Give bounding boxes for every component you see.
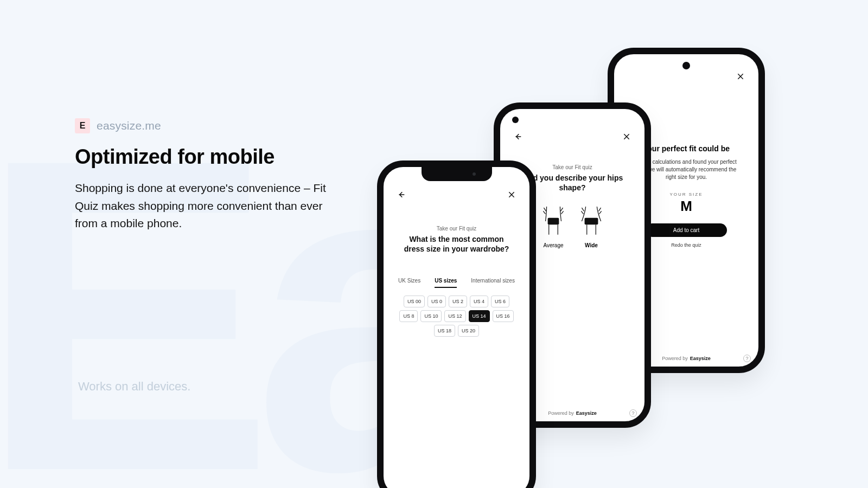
- brand-badge: E: [75, 118, 90, 133]
- size-chip[interactable]: US 4: [470, 296, 488, 307]
- brand-row: E easysize.me: [75, 118, 357, 133]
- page-headline: Optimized for mobile: [75, 145, 357, 169]
- phone-notch-icon: [422, 166, 492, 181]
- size-chip[interactable]: US 0: [427, 296, 446, 307]
- size-chip[interactable]: US 14: [469, 310, 490, 322]
- close-button[interactable]: [506, 189, 518, 201]
- hip-option-wide[interactable]: Wide: [580, 206, 603, 248]
- hip-option-average[interactable]: Average: [542, 206, 565, 248]
- powered-prefix: Powered by: [662, 356, 688, 361]
- back-button[interactable]: [395, 189, 407, 201]
- quiz-caption: Take our Fit quiz: [395, 226, 518, 232]
- powered-prefix: Powered by: [548, 410, 574, 416]
- help-button[interactable]: ?: [743, 355, 751, 362]
- page-footnote: Works on all devices.: [78, 380, 190, 394]
- svg-rect-0: [548, 218, 559, 224]
- phone-size-question: Take our Fit quiz What is the most commo…: [377, 160, 536, 488]
- help-button[interactable]: ?: [629, 409, 637, 417]
- tab-intl-sizes[interactable]: International sizes: [471, 278, 515, 288]
- size-chip[interactable]: US 20: [458, 325, 479, 337]
- svg-rect-1: [585, 218, 598, 224]
- camera-punch-icon: [682, 62, 690, 69]
- size-chip[interactable]: US 16: [493, 310, 514, 322]
- close-icon: [507, 190, 516, 199]
- size-chip[interactable]: US 00: [404, 296, 425, 307]
- size-chip[interactable]: US 6: [491, 296, 509, 307]
- close-icon: [736, 72, 745, 81]
- page-body: Shopping is done at everyone's convenien…: [75, 179, 330, 233]
- hip-label-average: Average: [543, 242, 563, 248]
- add-to-cart-button[interactable]: Add to cart: [646, 223, 727, 237]
- hip-label-wide: Wide: [585, 242, 598, 248]
- brand-name: easysize.me: [97, 119, 161, 132]
- size-chip[interactable]: US 8: [399, 310, 418, 322]
- size-chip[interactable]: US 12: [444, 310, 465, 322]
- tab-uk-sizes[interactable]: UK Sizes: [398, 278, 420, 288]
- close-button[interactable]: [735, 70, 746, 82]
- close-button[interactable]: [621, 131, 633, 143]
- size-system-tabs: UK Sizes US sizes International sizes: [395, 278, 518, 288]
- tab-us-sizes[interactable]: US sizes: [435, 278, 457, 288]
- hips-average-icon: [542, 206, 565, 237]
- quiz-question: What is the most common dress size in yo…: [395, 235, 518, 254]
- arrow-left-icon: [514, 132, 522, 141]
- close-icon: [622, 132, 631, 141]
- size-chip[interactable]: US 18: [434, 325, 455, 337]
- arrow-left-icon: [397, 190, 406, 199]
- quiz-caption: Take our Fit quiz: [512, 164, 633, 170]
- hips-wide-icon: [580, 206, 603, 237]
- size-chip[interactable]: US 10: [420, 310, 442, 322]
- size-chip[interactable]: US 2: [449, 296, 467, 307]
- powered-brand: Easysize: [690, 356, 711, 361]
- size-chip-grid: US 00US 0US 2US 4US 6US 8US 10US 12US 14…: [395, 296, 518, 337]
- back-button[interactable]: [512, 131, 524, 143]
- camera-punch-icon: [512, 117, 519, 123]
- powered-brand: Easysize: [576, 410, 597, 416]
